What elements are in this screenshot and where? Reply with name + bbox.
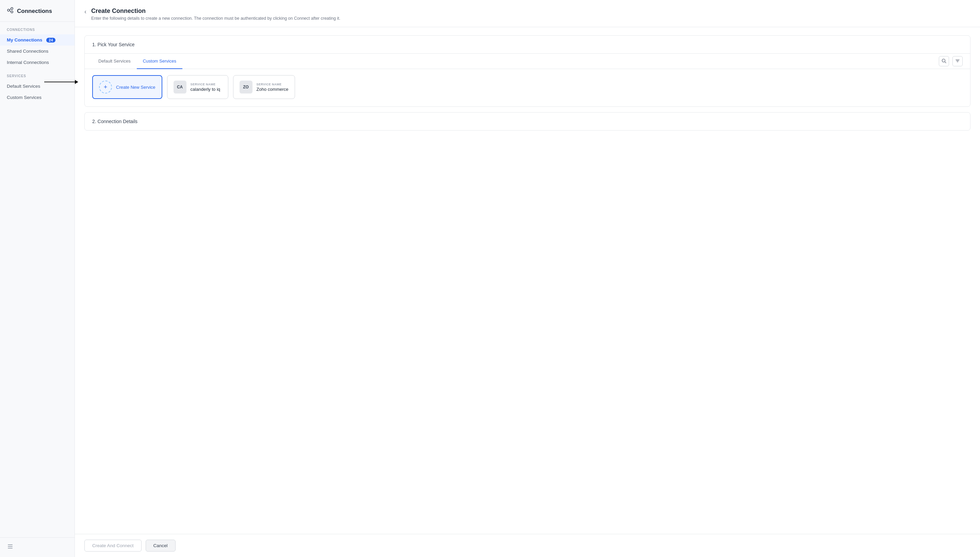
default-services-label: Default Services (7, 84, 40, 89)
zo-service-info: SERVICE NAME Zoho commerce (256, 83, 289, 92)
svg-point-2 (11, 11, 13, 13)
svg-line-4 (10, 11, 11, 11)
zo-service-name: Zoho commerce (256, 87, 289, 92)
main-content: ‹ Create Connection Enter the following … (75, 0, 980, 557)
sidebar-logo: Connections (0, 0, 75, 22)
internal-connections-label: Internal Connections (7, 60, 49, 65)
svg-point-1 (11, 8, 13, 10)
create-and-connect-button[interactable]: Create And Connect (84, 540, 142, 552)
footer: Create And Connect Cancel (75, 534, 980, 557)
content-area: 1. Pick Your Service Default Services Cu… (75, 27, 980, 534)
sidebar-bottom-icon[interactable] (7, 544, 14, 551)
my-connections-badge: 24 (46, 38, 55, 42)
sidebar-bottom (0, 537, 75, 557)
zo-abbr: ZO (240, 81, 253, 93)
connections-logo-icon (7, 7, 14, 15)
ca-service-name: calanderly to iq (191, 87, 220, 92)
section2-header: 2. Connection Details (85, 112, 970, 130)
svg-line-9 (945, 62, 946, 63)
svg-rect-7 (8, 548, 13, 549)
back-button[interactable]: ‹ (84, 8, 87, 15)
sidebar-item-my-connections[interactable]: My Connections 24 (0, 34, 75, 46)
section-pick-service: 1. Pick Your Service Default Services Cu… (84, 35, 970, 107)
tabs-container: Default Services Custom Services (85, 54, 970, 69)
tab-default-services[interactable]: Default Services (92, 54, 137, 69)
tabs-actions (939, 56, 963, 66)
create-new-service-card[interactable]: + Create New Service (92, 75, 162, 99)
zo-service-name-label: SERVICE NAME (256, 83, 289, 86)
ca-abbr: CA (173, 81, 186, 93)
ca-service-name-label: SERVICE NAME (191, 83, 220, 86)
ca-service-info: SERVICE NAME calanderly to iq (191, 83, 220, 92)
services-grid: + Create New Service CA SERVICE NAME cal… (85, 69, 970, 106)
section1-header: 1. Pick Your Service (85, 36, 970, 54)
page-subtitle: Enter the following details to create a … (91, 16, 340, 21)
sidebar-item-internal-connections[interactable]: Internal Connections (0, 57, 75, 68)
search-icon (942, 59, 946, 64)
create-service-icon: + (99, 81, 112, 93)
header-text-block: Create Connection Enter the following de… (91, 8, 340, 21)
sidebar-item-custom-services[interactable]: Custom Services (0, 92, 75, 103)
section-connection-details: 2. Connection Details (84, 112, 970, 130)
tab-custom-services[interactable]: Custom Services (137, 54, 182, 69)
service-tabs: Default Services Custom Services (92, 54, 182, 69)
svg-rect-5 (8, 544, 13, 545)
ca-service-card[interactable]: CA SERVICE NAME calanderly to iq (167, 75, 228, 99)
page-title: Create Connection (91, 8, 340, 15)
zo-service-card[interactable]: ZO SERVICE NAME Zoho commerce (233, 75, 295, 99)
custom-services-label: Custom Services (7, 95, 41, 100)
my-connections-label: My Connections (7, 37, 42, 42)
cancel-button[interactable]: Cancel (145, 540, 176, 552)
filter-icon (955, 59, 960, 64)
create-service-label: Create New Service (116, 85, 155, 90)
connections-section-label: CONNECTIONS (0, 22, 75, 34)
search-button[interactable] (939, 56, 949, 66)
sidebar-item-default-services[interactable]: Default Services (0, 81, 75, 92)
sidebar-item-shared-connections[interactable]: Shared Connections (0, 46, 75, 57)
filter-button[interactable] (952, 56, 963, 66)
services-section-label: SERVICES (0, 68, 75, 81)
svg-rect-6 (8, 546, 13, 547)
shared-connections-label: Shared Connections (7, 49, 48, 54)
svg-line-3 (10, 9, 11, 10)
main-header: ‹ Create Connection Enter the following … (75, 0, 980, 27)
app-title: Connections (17, 8, 52, 15)
svg-point-0 (8, 9, 10, 11)
sidebar: Connections CONNECTIONS My Connections 2… (0, 0, 75, 557)
